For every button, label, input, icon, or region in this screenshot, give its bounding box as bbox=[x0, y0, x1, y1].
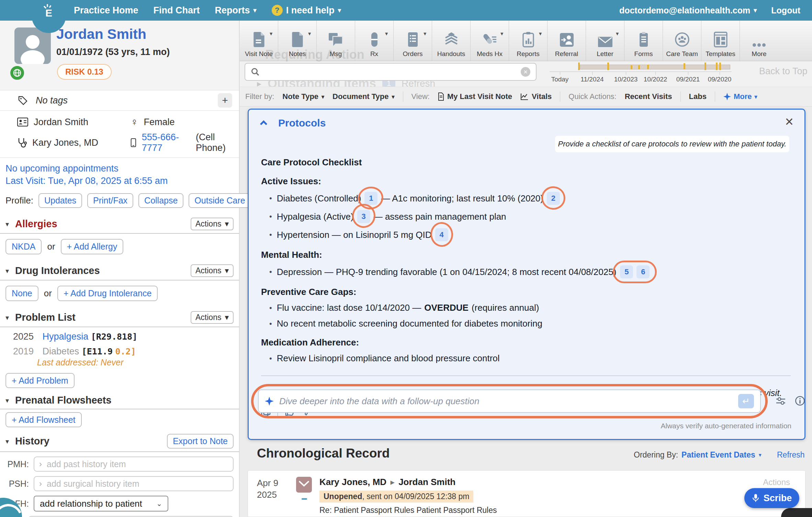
citation-2-badge[interactable]: 2 bbox=[547, 192, 560, 205]
note-type-filter[interactable]: Note Type▾ bbox=[282, 92, 324, 101]
timeline-event-tick bbox=[647, 65, 649, 69]
ai-more-label: More bbox=[734, 92, 752, 101]
actions-label: Actions bbox=[195, 219, 221, 229]
nav-reports[interactable]: Reports▾ bbox=[215, 5, 257, 16]
labs-action[interactable]: Labs bbox=[689, 92, 707, 101]
more-button[interactable]: More bbox=[740, 21, 778, 61]
protocol-bullet: • Diabetes (Controlled) 1 — A1c monitori… bbox=[269, 192, 791, 205]
problem-list-actions-button[interactable]: Actions▾ bbox=[191, 311, 234, 324]
record-recipient[interactable]: Jordan Smith bbox=[398, 477, 455, 487]
stethoscope-icon bbox=[17, 138, 27, 148]
followup-question-input[interactable]: Dive deeper into the data with a follow-… bbox=[258, 389, 761, 413]
settings-sliders-icon[interactable] bbox=[776, 396, 786, 406]
patient-name[interactable]: Jordan Smith bbox=[56, 26, 146, 42]
divider bbox=[261, 375, 791, 376]
outside-care-button[interactable]: Outside Care bbox=[189, 193, 251, 208]
last-visit-link[interactable]: Last Visit: Tue, Apr 08, 2025 at 6:55 am bbox=[5, 175, 234, 187]
clear-search-icon[interactable]: × bbox=[521, 67, 530, 77]
active-issues-heading: Active Issues: bbox=[261, 176, 791, 187]
psh-input[interactable]: ›add surgical history item bbox=[34, 476, 234, 491]
history-section-header: ▾ History Export to Note bbox=[0, 431, 239, 452]
ordering-by-control[interactable]: Ordering By: Patient Event Dates ▾ bbox=[634, 450, 762, 460]
meds-hx-button[interactable]: ▼ Meds Hx bbox=[471, 21, 509, 61]
protocol-bullet: • Review Lisinopril compliance and blood… bbox=[269, 353, 791, 364]
collapse-caret-icon[interactable]: ▾ bbox=[5, 396, 9, 405]
vitals-view[interactable]: Vitals bbox=[520, 92, 552, 101]
collapse-caret-icon[interactable]: ▾ bbox=[5, 220, 9, 228]
add-flowsheet-button[interactable]: + Add Flowsheet bbox=[5, 412, 82, 427]
citation-5-6-group: 5 6 bbox=[618, 265, 651, 278]
patient-avatar[interactable] bbox=[14, 28, 51, 64]
add-problem-button[interactable]: + Add Problem bbox=[5, 373, 75, 388]
handouts-button[interactable]: Handouts bbox=[432, 21, 471, 61]
record-subject[interactable]: Re: Patient Passport Rules Patient Passp… bbox=[319, 506, 497, 515]
timeline-axis bbox=[550, 72, 732, 72]
problem-name-link[interactable]: Hypalgesia bbox=[43, 331, 89, 342]
divider bbox=[560, 91, 560, 102]
care-team-button[interactable]: Care Team bbox=[663, 21, 701, 61]
info-icon[interactable] bbox=[795, 396, 805, 406]
print-fax-button[interactable]: Print/Fax bbox=[87, 193, 133, 208]
refresh-link[interactable]: Refresh bbox=[777, 450, 805, 460]
export-to-note-button[interactable]: Export to Note bbox=[167, 434, 234, 449]
allergies-actions-button[interactable]: Actions▾ bbox=[191, 218, 234, 230]
collapse-chevron-up-icon[interactable] bbox=[260, 120, 267, 128]
citation-5-badge[interactable]: 5 bbox=[620, 265, 633, 278]
risk-score-badge[interactable]: RISK 0.13 bbox=[57, 64, 112, 80]
referral-button[interactable]: Referral bbox=[548, 21, 586, 61]
add-allergy-button[interactable]: + Add Allergy bbox=[61, 239, 124, 254]
patient-header: Jordan Smith 01/01/1972 (53 yrs, 11 mo) … bbox=[0, 21, 239, 90]
citation-4-badge[interactable]: 4 bbox=[435, 228, 448, 241]
updates-button[interactable]: Updates bbox=[38, 193, 82, 208]
recent-visits-action[interactable]: Recent Visits bbox=[625, 92, 672, 101]
citation-3-badge[interactable]: 3 bbox=[357, 210, 370, 223]
document-type-filter[interactable]: Document Type▾ bbox=[332, 92, 394, 101]
citation-1-badge[interactable]: 1 bbox=[364, 192, 377, 205]
collapse-button[interactable]: Collapse bbox=[138, 193, 183, 208]
nav-find-chart[interactable]: Find Chart bbox=[154, 5, 200, 16]
fh-relationship-select[interactable]: add relationship to patient⌄ bbox=[34, 496, 168, 512]
orders-button[interactable]: ▼ Orders bbox=[394, 21, 432, 61]
nkda-button[interactable]: NKDA bbox=[5, 239, 42, 254]
pmh-input[interactable]: ›add past history item bbox=[34, 456, 234, 472]
forms-button[interactable]: Forms bbox=[624, 21, 663, 61]
logout-link[interactable]: Logout bbox=[771, 6, 800, 15]
reports-button[interactable]: ▼ Reports bbox=[509, 21, 548, 61]
record-actions-link[interactable]: Actions bbox=[763, 477, 790, 487]
account-menu[interactable]: doctordemo@elationhealth.com▾ bbox=[619, 6, 757, 15]
no-upcoming-appointments-link[interactable]: No upcoming appointments bbox=[5, 163, 234, 175]
letter-button[interactable]: ▼ Letter bbox=[586, 21, 624, 61]
timeline-bar[interactable] bbox=[580, 65, 730, 69]
bullet-text: — A1c monitoring; last result 10% (2020) bbox=[381, 193, 543, 204]
ai-more-menu[interactable]: More ▾ bbox=[723, 92, 757, 101]
scribe-button[interactable]: Scribe bbox=[744, 488, 799, 508]
elation-logo-tab[interactable]: E bbox=[32, 0, 66, 33]
my-last-visit-note-view[interactable]: My Last Visit Note bbox=[438, 92, 512, 101]
add-drug-intolerance-button[interactable]: + Add Drug Intolerance bbox=[57, 286, 158, 301]
chevron-down-icon: ▾ bbox=[225, 266, 229, 275]
send-button[interactable]: ↵ bbox=[738, 394, 754, 408]
nav-help[interactable]: ?I need help▾ bbox=[272, 5, 341, 16]
problem-name-link[interactable]: Diabetes bbox=[43, 346, 79, 356]
citation-6-badge[interactable]: 6 bbox=[636, 265, 650, 278]
templates-button[interactable]: Templates bbox=[701, 21, 740, 61]
drug-intolerances-actions-button[interactable]: Actions▾ bbox=[191, 264, 234, 277]
record-sender[interactable]: Kary Jones, MD bbox=[319, 477, 386, 487]
chronological-record-item[interactable]: Apr 9 2025 Kary Jones, MD ▸ Jordan Smith… bbox=[248, 470, 805, 517]
none-button[interactable]: None bbox=[5, 286, 38, 301]
collapse-caret-icon[interactable]: ▾ bbox=[5, 314, 9, 322]
back-to-top-link[interactable]: Back to Top bbox=[759, 66, 808, 77]
close-icon[interactable]: × bbox=[785, 114, 793, 129]
phone-number-link[interactable]: 555-666-7777 bbox=[142, 132, 190, 153]
bullet-icon: • bbox=[269, 230, 272, 239]
collapse-caret-icon[interactable]: ▾ bbox=[5, 437, 9, 446]
or-text: or bbox=[47, 241, 55, 252]
nav-practice-home[interactable]: Practice Home bbox=[74, 5, 138, 16]
chart-timeline[interactable]: Today 11/2024 10/2023 10/2022 09/2021 09… bbox=[550, 63, 742, 85]
patient-sidebar: Jordan Smith 01/01/1972 (53 yrs, 11 mo) … bbox=[0, 21, 239, 517]
add-tag-button[interactable]: + bbox=[218, 93, 232, 108]
ordering-by-value[interactable]: Patient Event Dates bbox=[681, 450, 755, 460]
collapse-caret-icon[interactable]: ▾ bbox=[5, 267, 9, 275]
chart-search-input[interactable]: × bbox=[245, 63, 537, 81]
add-problem-row: + Add Problem bbox=[0, 373, 239, 390]
